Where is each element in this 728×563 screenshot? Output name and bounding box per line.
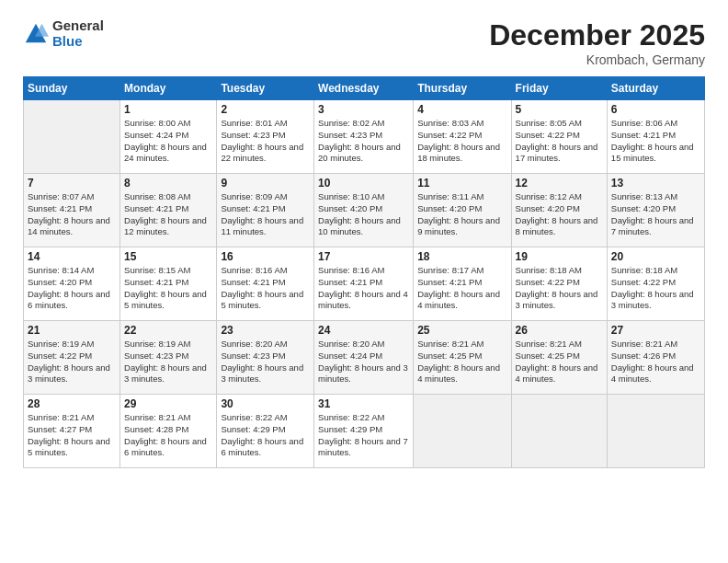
day-info: Sunrise: 8:22 AM Sunset: 4:29 PM Dayligh…: [318, 412, 409, 459]
day-info: Sunrise: 8:19 AM Sunset: 4:23 PM Dayligh…: [124, 339, 212, 385]
day-number: 27: [611, 324, 700, 337]
table-row: 21Sunrise: 8:19 AM Sunset: 4:22 PM Dayli…: [24, 321, 120, 395]
col-friday: Friday: [511, 77, 607, 100]
day-info: Sunrise: 8:00 AM Sunset: 4:24 PM Dayligh…: [124, 118, 212, 165]
day-info: Sunrise: 8:15 AM Sunset: 4:21 PM Dayligh…: [124, 265, 212, 312]
table-row: [607, 395, 704, 468]
day-number: 12: [516, 177, 603, 190]
table-row: 5Sunrise: 8:05 AM Sunset: 4:22 PM Daylig…: [511, 100, 607, 174]
logo-blue-text: Blue: [52, 34, 104, 50]
day-number: 10: [318, 177, 409, 190]
day-info: Sunrise: 8:08 AM Sunset: 4:21 PM Dayligh…: [124, 191, 212, 238]
col-monday: Monday: [120, 77, 217, 100]
table-row: 28Sunrise: 8:21 AM Sunset: 4:27 PM Dayli…: [24, 395, 120, 468]
col-thursday: Thursday: [414, 77, 511, 100]
day-number: 22: [124, 324, 212, 337]
day-info: Sunrise: 8:19 AM Sunset: 4:22 PM Dayligh…: [28, 339, 116, 385]
table-row: 13Sunrise: 8:13 AM Sunset: 4:20 PM Dayli…: [607, 174, 704, 247]
day-info: Sunrise: 8:13 AM Sunset: 4:20 PM Dayligh…: [611, 191, 700, 238]
table-row: 10Sunrise: 8:10 AM Sunset: 4:20 PM Dayli…: [314, 174, 414, 247]
table-row: [511, 395, 607, 468]
day-number: 25: [417, 324, 506, 337]
day-number: 31: [318, 397, 409, 410]
table-row: 19Sunrise: 8:18 AM Sunset: 4:22 PM Dayli…: [511, 247, 607, 321]
table-row: 1Sunrise: 8:00 AM Sunset: 4:24 PM Daylig…: [120, 100, 217, 174]
col-wednesday: Wednesday: [314, 77, 414, 100]
day-number: 21: [28, 324, 116, 337]
table-row: 25Sunrise: 8:21 AM Sunset: 4:25 PM Dayli…: [414, 321, 511, 395]
day-info: Sunrise: 8:21 AM Sunset: 4:27 PM Dayligh…: [28, 412, 116, 459]
logo: General Blue: [23, 18, 104, 49]
day-info: Sunrise: 8:10 AM Sunset: 4:20 PM Dayligh…: [318, 191, 409, 238]
table-row: 22Sunrise: 8:19 AM Sunset: 4:23 PM Dayli…: [120, 321, 217, 395]
day-info: Sunrise: 8:17 AM Sunset: 4:21 PM Dayligh…: [417, 265, 506, 312]
day-number: 24: [318, 324, 409, 337]
day-info: Sunrise: 8:16 AM Sunset: 4:21 PM Dayligh…: [318, 265, 409, 312]
day-info: Sunrise: 8:09 AM Sunset: 4:21 PM Dayligh…: [221, 191, 310, 238]
table-row: 23Sunrise: 8:20 AM Sunset: 4:23 PM Dayli…: [217, 321, 314, 395]
table-row: 18Sunrise: 8:17 AM Sunset: 4:21 PM Dayli…: [414, 247, 511, 321]
day-number: 3: [318, 103, 409, 116]
day-info: Sunrise: 8:12 AM Sunset: 4:20 PM Dayligh…: [516, 191, 603, 238]
table-row: 2Sunrise: 8:01 AM Sunset: 4:23 PM Daylig…: [217, 100, 314, 174]
day-number: 17: [318, 250, 409, 263]
table-row: 24Sunrise: 8:20 AM Sunset: 4:24 PM Dayli…: [314, 321, 414, 395]
day-number: 13: [611, 177, 700, 190]
col-saturday: Saturday: [607, 77, 704, 100]
day-info: Sunrise: 8:21 AM Sunset: 4:26 PM Dayligh…: [611, 339, 700, 385]
calendar-week-row: 21Sunrise: 8:19 AM Sunset: 4:22 PM Dayli…: [24, 321, 705, 395]
table-row: 9Sunrise: 8:09 AM Sunset: 4:21 PM Daylig…: [217, 174, 314, 247]
logo-icon: [23, 21, 49, 47]
day-info: Sunrise: 8:18 AM Sunset: 4:22 PM Dayligh…: [611, 265, 700, 312]
day-number: 15: [124, 250, 212, 263]
calendar-week-row: 1Sunrise: 8:00 AM Sunset: 4:24 PM Daylig…: [24, 100, 705, 174]
table-row: 17Sunrise: 8:16 AM Sunset: 4:21 PM Dayli…: [314, 247, 414, 321]
title-area: December 2025 Krombach, Germany: [489, 18, 705, 67]
calendar-week-row: 7Sunrise: 8:07 AM Sunset: 4:21 PM Daylig…: [24, 174, 705, 247]
day-info: Sunrise: 8:03 AM Sunset: 4:22 PM Dayligh…: [417, 118, 506, 165]
day-info: Sunrise: 8:06 AM Sunset: 4:21 PM Dayligh…: [611, 118, 700, 165]
day-info: Sunrise: 8:21 AM Sunset: 4:28 PM Dayligh…: [124, 412, 212, 459]
day-info: Sunrise: 8:02 AM Sunset: 4:23 PM Dayligh…: [318, 118, 409, 165]
table-row: 26Sunrise: 8:21 AM Sunset: 4:25 PM Dayli…: [511, 321, 607, 395]
day-number: 28: [28, 397, 116, 410]
table-row: 12Sunrise: 8:12 AM Sunset: 4:20 PM Dayli…: [511, 174, 607, 247]
calendar-table: Sunday Monday Tuesday Wednesday Thursday…: [23, 76, 705, 468]
day-info: Sunrise: 8:01 AM Sunset: 4:23 PM Dayligh…: [221, 118, 310, 165]
day-info: Sunrise: 8:18 AM Sunset: 4:22 PM Dayligh…: [516, 265, 603, 312]
table-row: 16Sunrise: 8:16 AM Sunset: 4:21 PM Dayli…: [217, 247, 314, 321]
day-info: Sunrise: 8:22 AM Sunset: 4:29 PM Dayligh…: [221, 412, 310, 459]
table-row: 31Sunrise: 8:22 AM Sunset: 4:29 PM Dayli…: [314, 395, 414, 468]
day-number: 4: [417, 103, 506, 116]
day-number: 23: [221, 324, 310, 337]
calendar-header-row: Sunday Monday Tuesday Wednesday Thursday…: [24, 77, 705, 100]
table-row: 14Sunrise: 8:14 AM Sunset: 4:20 PM Dayli…: [24, 247, 120, 321]
day-number: 16: [221, 250, 310, 263]
day-number: 2: [221, 103, 310, 116]
table-row: 15Sunrise: 8:15 AM Sunset: 4:21 PM Dayli…: [120, 247, 217, 321]
day-info: Sunrise: 8:07 AM Sunset: 4:21 PM Dayligh…: [28, 191, 116, 238]
header: General Blue December 2025 Krombach, Ger…: [23, 18, 705, 67]
table-row: 30Sunrise: 8:22 AM Sunset: 4:29 PM Dayli…: [217, 395, 314, 468]
day-number: 5: [516, 103, 603, 116]
day-info: Sunrise: 8:20 AM Sunset: 4:24 PM Dayligh…: [318, 339, 409, 385]
day-number: 1: [124, 103, 212, 116]
table-row: 6Sunrise: 8:06 AM Sunset: 4:21 PM Daylig…: [607, 100, 704, 174]
day-info: Sunrise: 8:11 AM Sunset: 4:20 PM Dayligh…: [417, 191, 506, 238]
logo-general-text: General: [52, 18, 104, 34]
month-title: December 2025: [489, 18, 705, 52]
table-row: 8Sunrise: 8:08 AM Sunset: 4:21 PM Daylig…: [120, 174, 217, 247]
table-row: [414, 395, 511, 468]
col-tuesday: Tuesday: [217, 77, 314, 100]
table-row: 3Sunrise: 8:02 AM Sunset: 4:23 PM Daylig…: [314, 100, 414, 174]
calendar-week-row: 28Sunrise: 8:21 AM Sunset: 4:27 PM Dayli…: [24, 395, 705, 468]
day-info: Sunrise: 8:16 AM Sunset: 4:21 PM Dayligh…: [221, 265, 310, 312]
table-row: 27Sunrise: 8:21 AM Sunset: 4:26 PM Dayli…: [607, 321, 704, 395]
day-number: 6: [611, 103, 700, 116]
day-number: 20: [611, 250, 700, 263]
day-number: 26: [516, 324, 603, 337]
day-number: 29: [124, 397, 212, 410]
table-row: 4Sunrise: 8:03 AM Sunset: 4:22 PM Daylig…: [414, 100, 511, 174]
table-row: 29Sunrise: 8:21 AM Sunset: 4:28 PM Dayli…: [120, 395, 217, 468]
day-number: 14: [28, 250, 116, 263]
